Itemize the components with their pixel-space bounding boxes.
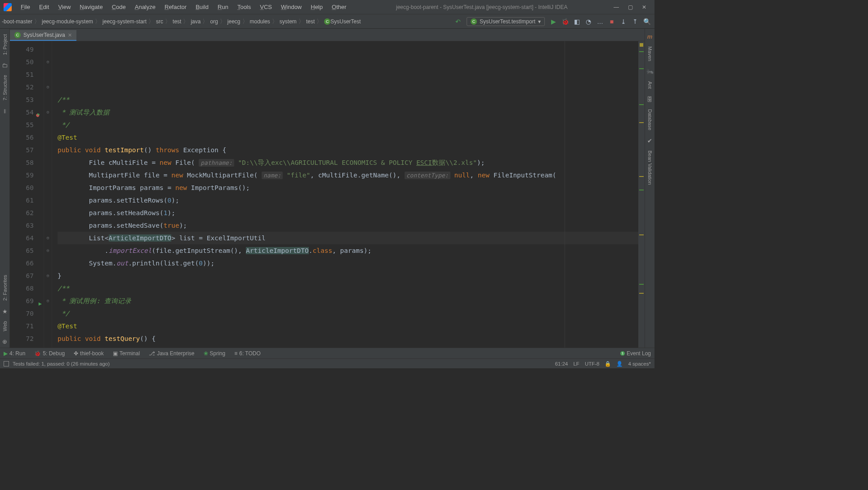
run-button[interactable]: ▶: [548, 18, 559, 25]
folder-icon[interactable]: 🗀: [2, 62, 8, 69]
code-line[interactable]: */: [58, 307, 638, 320]
line-number[interactable]: 50: [10, 56, 34, 68]
code-line[interactable]: @Test: [58, 320, 638, 332]
fold-handle[interactable]: ⊖: [44, 295, 52, 307]
menu-view[interactable]: View: [54, 3, 74, 11]
run-line-icon[interactable]: ▶: [39, 297, 42, 310]
code-line[interactable]: // 请求地址: [58, 345, 638, 348]
line-number-gutter[interactable]: 495051525354●▶55565758596061626364656667…: [10, 41, 44, 348]
tool-window-spring[interactable]: ❀Spring: [204, 350, 226, 357]
code-line[interactable]: List<ArticleImportDTO> list = ExcelImpor…: [58, 232, 638, 244]
database-tool-button[interactable]: Database: [646, 106, 654, 134]
tool-window-javaenterprise[interactable]: ⎇Java Enterprise: [149, 350, 194, 357]
code-line[interactable]: /**: [58, 282, 638, 295]
fold-handle[interactable]: ⊖: [44, 244, 52, 257]
menu-other[interactable]: Other: [328, 3, 350, 11]
line-number[interactable]: 53: [10, 93, 34, 106]
maven-tool-button[interactable]: Maven: [646, 43, 654, 65]
analysis-status-icon[interactable]: [640, 43, 643, 47]
line-number[interactable]: 54●▶: [10, 106, 34, 119]
line-number[interactable]: 71: [10, 320, 34, 332]
code-line[interactable]: MultipartFile file = new MockMultipartFi…: [58, 169, 638, 181]
menu-analyze[interactable]: Analyze: [131, 3, 159, 11]
code-line[interactable]: File cMultiFile = new File( pathname: "D…: [58, 156, 638, 169]
bean-validation-tool-button[interactable]: Bean Validation: [646, 147, 654, 188]
web-icon[interactable]: ⊕: [2, 338, 7, 345]
line-number[interactable]: 51: [10, 68, 34, 81]
star-icon[interactable]: ★: [2, 308, 8, 315]
code-line[interactable]: public void testImport() throws Exceptio…: [58, 144, 638, 156]
search-everywhere-button[interactable]: 🔍: [641, 18, 653, 25]
tab-close-icon[interactable]: ✕: [68, 32, 72, 38]
close-button[interactable]: ✕: [642, 4, 646, 10]
breadcrumb-item[interactable]: -boot-master: [2, 18, 32, 25]
web-tool-button[interactable]: Web: [1, 318, 9, 335]
line-number[interactable]: 55: [10, 119, 34, 131]
menu-help[interactable]: Help: [307, 3, 326, 11]
stop-button[interactable]: ■: [606, 18, 618, 25]
code-line[interactable]: ImportParams params = new ImportParams()…: [58, 181, 638, 194]
line-separator[interactable]: LF: [573, 361, 579, 366]
run-configuration-select[interactable]: C SysUserTest.testImport ▾: [467, 17, 545, 26]
line-number[interactable]: 49: [10, 43, 34, 56]
code-line[interactable]: * 测试用例: 查询记录: [58, 295, 638, 307]
line-number[interactable]: 56: [10, 131, 34, 144]
breakpoint-run-icon[interactable]: ●▶: [36, 109, 42, 122]
line-number[interactable]: 60: [10, 181, 34, 194]
line-number[interactable]: 58: [10, 156, 34, 169]
fold-handle[interactable]: ⊖: [44, 81, 52, 93]
tool-window-todo[interactable]: ≡6: TODO: [234, 350, 261, 357]
tool-window-terminal[interactable]: ▣Terminal: [113, 350, 140, 357]
caret-position[interactable]: 61:24: [555, 361, 568, 366]
code-line[interactable]: params.setHeadRows(1);: [58, 207, 638, 219]
code-line[interactable]: params.setTitleRows(0);: [58, 194, 638, 207]
line-number[interactable]: 57: [10, 144, 34, 156]
line-number[interactable]: 59: [10, 169, 34, 181]
breadcrumb-item[interactable]: system: [280, 18, 297, 25]
file-encoding[interactable]: UTF-8: [585, 361, 600, 366]
line-number[interactable]: 63: [10, 219, 34, 232]
breadcrumb-item[interactable]: jeecg: [227, 18, 240, 25]
line-number[interactable]: 70: [10, 307, 34, 320]
tool-window-thiefbook[interactable]: ✤thief-book: [74, 350, 104, 357]
code-line[interactable]: * 测试导入数据: [58, 106, 638, 119]
error-stripe[interactable]: [638, 41, 645, 348]
menu-navigate[interactable]: Navigate: [76, 3, 106, 11]
breadcrumb-item[interactable]: C SysUserTest: [324, 18, 361, 25]
vcs-update-button[interactable]: ⤓: [618, 18, 629, 25]
readonly-icon[interactable]: 🔒: [605, 361, 611, 367]
line-number[interactable]: 68: [10, 282, 34, 295]
menu-code[interactable]: Code: [108, 3, 129, 11]
fold-handle[interactable]: ⊖: [44, 106, 52, 119]
line-number[interactable]: 62: [10, 207, 34, 219]
structure-tool-button[interactable]: 7: Structure: [1, 71, 9, 104]
code-line[interactable]: public void testQuery() {: [58, 332, 638, 345]
line-number[interactable]: 69▶: [10, 295, 34, 307]
tool-window-debug[interactable]: 🐞5: Debug: [34, 350, 65, 357]
line-number[interactable]: 52: [10, 81, 34, 93]
breadcrumb-item[interactable]: src: [156, 18, 163, 25]
breadcrumb-item[interactable]: jeecg-module-system: [42, 18, 93, 25]
breadcrumb-item[interactable]: java: [191, 18, 200, 25]
back-icon[interactable]: ↶: [452, 18, 464, 25]
line-number[interactable]: 72: [10, 332, 34, 345]
tool-window-run[interactable]: ▶4: Run: [4, 350, 25, 357]
inspection-icon[interactable]: 👤: [616, 361, 623, 367]
coverage-button[interactable]: ◧: [571, 18, 583, 25]
breadcrumb-item[interactable]: jeecg-system-start: [102, 18, 147, 25]
menu-build[interactable]: Build: [192, 3, 212, 11]
line-number[interactable]: 65: [10, 244, 34, 257]
debug-button[interactable]: 🐞: [559, 18, 571, 25]
code-line[interactable]: params.setNeedSave(true);: [58, 219, 638, 232]
breadcrumb-item[interactable]: test: [173, 18, 181, 25]
menu-refactor[interactable]: Refactor: [161, 3, 190, 11]
editor[interactable]: 495051525354●▶55565758596061626364656667…: [10, 41, 645, 348]
breadcrumb-item[interactable]: modules: [250, 18, 270, 25]
code-line[interactable]: System.out.println(list.get(0));: [58, 257, 638, 269]
code-line[interactable]: [58, 81, 638, 93]
code-line[interactable]: @Test: [58, 131, 638, 144]
line-number[interactable]: 66: [10, 257, 34, 269]
menu-vcs[interactable]: VCS: [256, 3, 276, 11]
menu-tools[interactable]: Tools: [234, 3, 254, 11]
bean-icon[interactable]: ✔: [647, 137, 652, 144]
